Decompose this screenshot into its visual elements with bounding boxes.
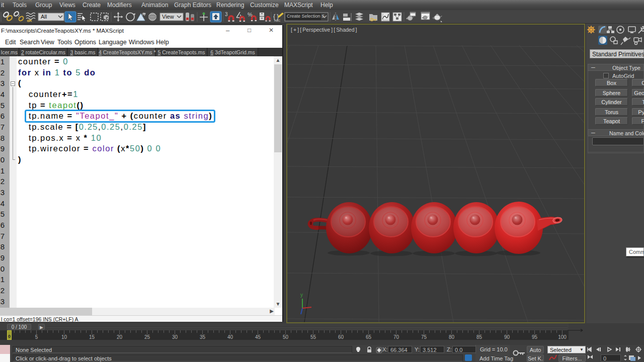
svg-text:60: 60 bbox=[338, 334, 344, 340]
svg-text:35: 35 bbox=[200, 334, 206, 340]
svg-text:View: View bbox=[162, 14, 174, 20]
svg-text:3: 3 bbox=[225, 12, 228, 17]
svg-text:20: 20 bbox=[117, 334, 123, 340]
svg-text:Create Selection S: Create Selection S bbox=[287, 14, 325, 19]
svg-text:5: 5 bbox=[35, 334, 38, 340]
svg-text:85: 85 bbox=[476, 334, 482, 340]
svg-text:95: 95 bbox=[532, 334, 538, 340]
svg-text:30: 30 bbox=[172, 334, 178, 340]
svg-text:10: 10 bbox=[61, 334, 67, 340]
svg-text:y: y bbox=[300, 292, 303, 298]
svg-text:All: All bbox=[41, 14, 47, 20]
svg-text:45: 45 bbox=[255, 334, 261, 340]
svg-text:75: 75 bbox=[421, 334, 427, 340]
svg-text:ABC: ABC bbox=[274, 19, 281, 22]
svg-text:80: 80 bbox=[449, 334, 455, 340]
svg-text:65: 65 bbox=[366, 334, 372, 340]
svg-text:100: 100 bbox=[558, 334, 567, 340]
svg-text:40: 40 bbox=[227, 334, 233, 340]
svg-text:25: 25 bbox=[144, 334, 150, 340]
svg-text:70: 70 bbox=[393, 334, 399, 340]
svg-text:90: 90 bbox=[504, 334, 510, 340]
svg-text:50: 50 bbox=[283, 334, 289, 340]
svg-text:15: 15 bbox=[89, 334, 95, 340]
svg-text:55: 55 bbox=[310, 334, 316, 340]
